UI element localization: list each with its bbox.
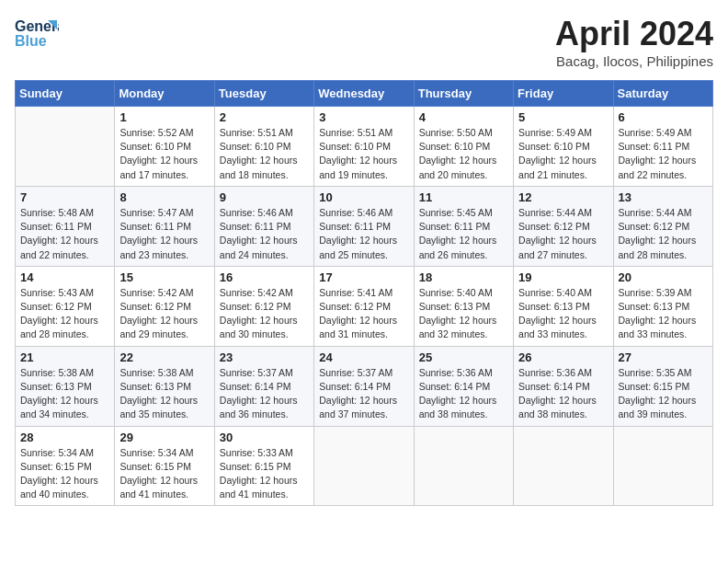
calendar-cell: 16Sunrise: 5:42 AMSunset: 6:12 PMDayligh… — [214, 266, 313, 346]
day-info: Sunrise: 5:47 AMSunset: 6:11 PMDaylight:… — [119, 206, 209, 262]
day-number: 18 — [419, 270, 508, 284]
calendar-cell: 27Sunrise: 5:35 AMSunset: 6:15 PMDayligh… — [613, 346, 712, 426]
calendar-cell: 11Sunrise: 5:45 AMSunset: 6:11 PMDayligh… — [414, 186, 513, 266]
day-info: Sunrise: 5:34 AMSunset: 6:15 PMDaylight:… — [20, 446, 109, 502]
day-number: 11 — [419, 190, 508, 204]
calendar-cell: 13Sunrise: 5:44 AMSunset: 6:12 PMDayligh… — [613, 186, 712, 266]
day-number: 10 — [319, 190, 408, 204]
calendar-cell: 4Sunrise: 5:50 AMSunset: 6:10 PMDaylight… — [414, 107, 513, 187]
day-info: Sunrise: 5:43 AMSunset: 6:12 PMDaylight:… — [20, 286, 109, 342]
calendar-cell — [613, 426, 712, 506]
day-info: Sunrise: 5:49 AMSunset: 6:11 PMDaylight:… — [619, 126, 708, 182]
location-subtitle: Bacag, Ilocos, Philippines — [555, 53, 713, 69]
day-number: 24 — [319, 350, 408, 364]
day-number: 21 — [20, 350, 109, 364]
header-day-friday: Friday — [514, 81, 613, 107]
day-info: Sunrise: 5:38 AMSunset: 6:13 PMDaylight:… — [119, 366, 209, 422]
day-number: 20 — [619, 270, 708, 284]
day-number: 16 — [220, 270, 309, 284]
month-title: April 2024 — [555, 15, 713, 53]
day-number: 15 — [119, 270, 209, 284]
calendar-cell: 9Sunrise: 5:46 AMSunset: 6:11 PMDaylight… — [214, 186, 313, 266]
calendar-cell: 12Sunrise: 5:44 AMSunset: 6:12 PMDayligh… — [514, 186, 613, 266]
calendar-cell — [414, 426, 513, 506]
calendar-cell: 10Sunrise: 5:46 AMSunset: 6:11 PMDayligh… — [314, 186, 414, 266]
calendar-cell: 6Sunrise: 5:49 AMSunset: 6:11 PMDaylight… — [613, 107, 712, 187]
calendar-cell: 1Sunrise: 5:52 AMSunset: 6:10 PMDaylight… — [115, 107, 214, 187]
day-info: Sunrise: 5:40 AMSunset: 6:13 PMDaylight:… — [518, 286, 608, 342]
calendar-cell: 28Sunrise: 5:34 AMSunset: 6:15 PMDayligh… — [16, 426, 115, 506]
header-day-thursday: Thursday — [414, 81, 513, 107]
week-row-5: 28Sunrise: 5:34 AMSunset: 6:15 PMDayligh… — [16, 426, 713, 506]
day-info: Sunrise: 5:52 AMSunset: 6:10 PMDaylight:… — [119, 126, 209, 182]
calendar-cell: 25Sunrise: 5:36 AMSunset: 6:14 PMDayligh… — [414, 346, 513, 426]
day-number: 4 — [419, 110, 508, 124]
title-block: April 2024 Bacag, Ilocos, Philippines — [555, 15, 713, 69]
calendar-cell: 21Sunrise: 5:38 AMSunset: 6:13 PMDayligh… — [16, 346, 115, 426]
svg-text:Blue: Blue — [15, 33, 47, 49]
logo: General Blue — [15, 15, 59, 55]
header-day-tuesday: Tuesday — [214, 81, 313, 107]
calendar-cell: 17Sunrise: 5:41 AMSunset: 6:12 PMDayligh… — [314, 266, 414, 346]
day-number: 8 — [119, 190, 209, 204]
day-info: Sunrise: 5:39 AMSunset: 6:13 PMDaylight:… — [619, 286, 708, 342]
calendar-cell: 29Sunrise: 5:34 AMSunset: 6:15 PMDayligh… — [115, 426, 214, 506]
header-day-sunday: Sunday — [16, 81, 115, 107]
day-number: 22 — [119, 350, 209, 364]
day-info: Sunrise: 5:49 AMSunset: 6:10 PMDaylight:… — [518, 126, 608, 182]
calendar-cell: 2Sunrise: 5:51 AMSunset: 6:10 PMDaylight… — [214, 107, 313, 187]
calendar-cell — [314, 426, 414, 506]
calendar-cell: 26Sunrise: 5:36 AMSunset: 6:14 PMDayligh… — [514, 346, 613, 426]
day-info: Sunrise: 5:46 AMSunset: 6:11 PMDaylight:… — [319, 206, 408, 262]
calendar-table: SundayMondayTuesdayWednesdayThursdayFrid… — [15, 80, 713, 506]
calendar-header: SundayMondayTuesdayWednesdayThursdayFrid… — [16, 81, 713, 107]
day-info: Sunrise: 5:50 AMSunset: 6:10 PMDaylight:… — [419, 126, 508, 182]
day-info: Sunrise: 5:40 AMSunset: 6:13 PMDaylight:… — [419, 286, 508, 342]
day-info: Sunrise: 5:37 AMSunset: 6:14 PMDaylight:… — [319, 366, 408, 422]
day-number: 19 — [518, 270, 608, 284]
header-day-saturday: Saturday — [613, 81, 712, 107]
calendar-cell: 3Sunrise: 5:51 AMSunset: 6:10 PMDaylight… — [314, 107, 414, 187]
calendar-cell: 5Sunrise: 5:49 AMSunset: 6:10 PMDaylight… — [514, 107, 613, 187]
day-info: Sunrise: 5:37 AMSunset: 6:14 PMDaylight:… — [220, 366, 309, 422]
day-number: 6 — [619, 110, 708, 124]
day-number: 26 — [518, 350, 608, 364]
day-info: Sunrise: 5:45 AMSunset: 6:11 PMDaylight:… — [419, 206, 508, 262]
day-info: Sunrise: 5:33 AMSunset: 6:15 PMDaylight:… — [220, 446, 309, 502]
day-info: Sunrise: 5:36 AMSunset: 6:14 PMDaylight:… — [419, 366, 508, 422]
calendar-cell: 18Sunrise: 5:40 AMSunset: 6:13 PMDayligh… — [414, 266, 513, 346]
calendar-cell: 15Sunrise: 5:42 AMSunset: 6:12 PMDayligh… — [115, 266, 214, 346]
day-number: 1 — [119, 110, 209, 124]
day-number: 7 — [20, 190, 109, 204]
day-info: Sunrise: 5:42 AMSunset: 6:12 PMDaylight:… — [119, 286, 209, 342]
calendar-cell: 30Sunrise: 5:33 AMSunset: 6:15 PMDayligh… — [214, 426, 313, 506]
day-number: 14 — [20, 270, 109, 284]
day-info: Sunrise: 5:36 AMSunset: 6:14 PMDaylight:… — [518, 366, 608, 422]
day-number: 2 — [220, 110, 309, 124]
week-row-2: 7Sunrise: 5:48 AMSunset: 6:11 PMDaylight… — [16, 186, 713, 266]
week-row-4: 21Sunrise: 5:38 AMSunset: 6:13 PMDayligh… — [16, 346, 713, 426]
calendar-cell — [16, 107, 115, 187]
day-number: 23 — [220, 350, 309, 364]
day-info: Sunrise: 5:42 AMSunset: 6:12 PMDaylight:… — [220, 286, 309, 342]
day-number: 17 — [319, 270, 408, 284]
calendar-cell: 22Sunrise: 5:38 AMSunset: 6:13 PMDayligh… — [115, 346, 214, 426]
calendar-cell: 19Sunrise: 5:40 AMSunset: 6:13 PMDayligh… — [514, 266, 613, 346]
day-info: Sunrise: 5:41 AMSunset: 6:12 PMDaylight:… — [319, 286, 408, 342]
day-info: Sunrise: 5:34 AMSunset: 6:15 PMDaylight:… — [119, 446, 209, 502]
day-info: Sunrise: 5:38 AMSunset: 6:13 PMDaylight:… — [20, 366, 109, 422]
day-info: Sunrise: 5:35 AMSunset: 6:15 PMDaylight:… — [619, 366, 708, 422]
calendar-cell: 23Sunrise: 5:37 AMSunset: 6:14 PMDayligh… — [214, 346, 313, 426]
day-info: Sunrise: 5:44 AMSunset: 6:12 PMDaylight:… — [619, 206, 708, 262]
header-day-monday: Monday — [115, 81, 214, 107]
header-row: SundayMondayTuesdayWednesdayThursdayFrid… — [16, 81, 713, 107]
day-number: 9 — [220, 190, 309, 204]
day-info: Sunrise: 5:48 AMSunset: 6:11 PMDaylight:… — [20, 206, 109, 262]
week-row-3: 14Sunrise: 5:43 AMSunset: 6:12 PMDayligh… — [16, 266, 713, 346]
week-row-1: 1Sunrise: 5:52 AMSunset: 6:10 PMDaylight… — [16, 107, 713, 187]
day-number: 28 — [20, 431, 109, 444]
calendar-cell — [514, 426, 613, 506]
day-number: 27 — [619, 350, 708, 364]
day-number: 13 — [619, 190, 708, 204]
day-info: Sunrise: 5:51 AMSunset: 6:10 PMDaylight:… — [220, 126, 309, 182]
